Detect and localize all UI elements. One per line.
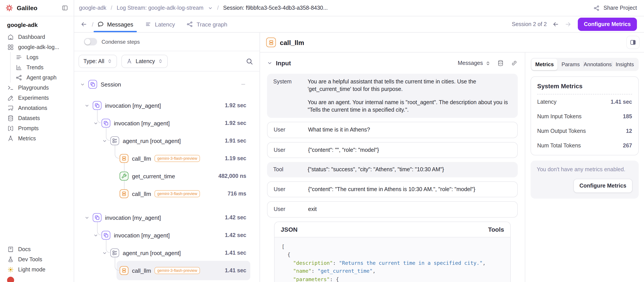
message-role-label: User [274, 146, 308, 154]
span-title: call_llm [280, 38, 304, 46]
trace-row-label: invocation [my_agent] [114, 232, 170, 238]
user-account-row[interactable] [0, 274, 74, 282]
chevron-up-down-icon [158, 59, 163, 64]
tab-messages[interactable]: Messages [97, 16, 133, 32]
tab-trace-graph[interactable]: Trace graph [186, 16, 227, 32]
chevron-up-down-icon [486, 61, 490, 66]
breadcrumb-separator: / [216, 5, 220, 11]
tree-filter-row: Type: All Latency [74, 51, 260, 72]
trace-row-label: invocation [my_agent] [105, 214, 161, 221]
back-button[interactable] [80, 21, 88, 28]
logs-icon [16, 54, 22, 61]
sidebar-collapse-button[interactable] [61, 4, 68, 12]
invocation-icon [102, 119, 110, 128]
sidebar-footer: DocsDev ToolsLight mode [0, 244, 74, 274]
sort-filter-dropdown[interactable]: Latency [122, 54, 168, 68]
message-role-label: User [274, 126, 308, 134]
sidebar-item-label: Prompts [18, 125, 38, 131]
trace-row-invocation-my-agent[interactable]: invocation [my_agent]1.92 sec [74, 116, 246, 131]
metrics-tab-params[interactable]: Params [558, 59, 584, 70]
experiment-icon [7, 94, 14, 101]
condense-steps-toggle[interactable] [84, 38, 97, 46]
trace-row-get-current-time[interactable]: get_current_time482,000 ns [74, 168, 246, 184]
toggle-side-panel-button[interactable] [626, 36, 640, 49]
metrics-tab-metrics[interactable]: Metrics [532, 59, 558, 70]
message-tool-3[interactable]: Tool{"status": "success", "city": "Athen… [267, 162, 518, 177]
llm-span-icon [266, 38, 276, 47]
sidebar-item-playgrounds[interactable]: Playgrounds [4, 82, 70, 93]
trace-row-call-llm[interactable]: call_llmgemini-3-flash-preview1.41 sec [74, 263, 246, 278]
glyph-icon [103, 120, 109, 126]
metric-value: 1.41 sec [611, 99, 632, 105]
search-icon [246, 57, 253, 65]
json-card-header: JSON Tools [274, 222, 510, 237]
glyph-icon [121, 155, 127, 162]
trace-row-invocation-my-agent[interactable]: invocation [my_agent]1.42 sec [74, 228, 246, 243]
message-user-5[interactable]: Userexit [267, 201, 518, 217]
view-format-dropdown[interactable]: Messages [458, 60, 490, 66]
sidebar-item-docs[interactable]: Docs [4, 244, 70, 254]
message-user-1[interactable]: UserWhat time is it in Athens? [267, 122, 518, 138]
metrics-tab-annotations[interactable]: Annotations [584, 59, 612, 70]
sidebar-item-logs[interactable]: Logs [10, 52, 70, 62]
sidebar-item-light-mode[interactable]: Light mode [4, 264, 70, 274]
json-token: "Returns the current time in a specified… [339, 260, 483, 266]
configure-metrics-button[interactable]: Configure Metrics [578, 18, 637, 31]
type-filter-dropdown[interactable]: Type: All [78, 54, 117, 68]
raw-data-button[interactable] [497, 60, 504, 67]
sidebar-item-prompts[interactable]: Prompts [4, 123, 70, 133]
next-session-button[interactable] [564, 21, 572, 28]
tree-connector-elbow [115, 145, 119, 158]
sidebar-item-label: Dashboard [18, 34, 45, 40]
chevron-down-icon [93, 233, 99, 238]
message-user-4[interactable]: User{"content": "The current time in Ath… [267, 181, 518, 197]
message-system-0[interactable]: SystemYou are a helpful assistant that t… [267, 74, 518, 118]
message-paragraph: You are an agent. Your internal name is … [308, 99, 512, 114]
breadcrumb-project[interactable]: google-adk [79, 5, 106, 11]
json-code-line: { [282, 251, 503, 259]
search-button[interactable] [246, 57, 253, 65]
agent-icon [110, 248, 119, 257]
configure-metrics-secondary-button[interactable]: Configure Metrics [573, 179, 632, 193]
metric-label: Num Total Tokens [537, 142, 581, 148]
trace-row-label: call_llm [132, 267, 151, 274]
sidebar-item-experiments[interactable]: Experiments [4, 93, 70, 103]
minus-icon[interactable] [240, 81, 246, 88]
chevron-down-icon[interactable] [208, 6, 213, 10]
trace-row-session[interactable]: Session [74, 77, 246, 92]
database-icon [7, 114, 14, 122]
chevron-down-icon[interactable] [267, 60, 272, 66]
sidebar-item-label: Experiments [18, 95, 49, 101]
brand-name: Galileo [17, 4, 37, 12]
previous-session-button[interactable] [552, 21, 559, 28]
sidebar-item-trends[interactable]: Trends [10, 62, 70, 72]
trace-row-call-llm[interactable]: call_llmgemini-3-flash-preview716 ms [74, 186, 246, 201]
trace-row-label: call_llm [132, 190, 151, 197]
share-project-button[interactable]: Share Project [594, 5, 637, 11]
sidebar-item-metrics[interactable]: Metrics [4, 133, 70, 144]
glyph-icon [94, 214, 100, 221]
sidebar-item-dashboard[interactable]: Dashboard [4, 32, 70, 42]
main-area: google-adk / Log Stream: google-adk-log-… [74, 0, 644, 282]
system-metrics-title: System Metrics [537, 78, 632, 94]
sidebar-item-label: Light mode [18, 266, 46, 272]
trace-row-duration: 1.92 sec [225, 102, 246, 108]
trace-row-call-llm[interactable]: call_llmgemini-3-flash-preview1.19 sec [74, 151, 246, 166]
input-header-controls: Messages [458, 60, 518, 67]
sidebar: Galileo google-adk Dashboardgoogle-adk-l… [0, 0, 74, 282]
metrics-tab-insights[interactable]: Insights [612, 59, 638, 70]
tab-latency[interactable]: Latency [145, 16, 175, 32]
sidebar-item-annotations[interactable]: Annotations [4, 103, 70, 113]
tool-icon [120, 172, 128, 180]
tree-connector-elbow [115, 257, 119, 270]
trace-row-agent-run-root-agent[interactable]: agent_run [root_agent]1.91 sec [74, 133, 246, 148]
sidebar-item-agent-graph[interactable]: Agent graph [10, 72, 70, 82]
trace-row-agent-run-root-agent[interactable]: agent_run [root_agent]1.41 sec [74, 245, 246, 260]
sidebar-item-datasets[interactable]: Datasets [4, 113, 70, 123]
breadcrumb-log-stream[interactable]: Log Stream: google-adk-log-stream [117, 5, 204, 11]
toggle-knob [85, 39, 90, 44]
message-user-2[interactable]: User{"content": "", "role": "model"} [267, 142, 518, 158]
sidebar-item-google-adk-log[interactable]: google-adk-log... [4, 42, 70, 52]
copy-link-button[interactable] [511, 60, 518, 67]
sidebar-item-dev-tools[interactable]: Dev Tools [4, 254, 70, 264]
